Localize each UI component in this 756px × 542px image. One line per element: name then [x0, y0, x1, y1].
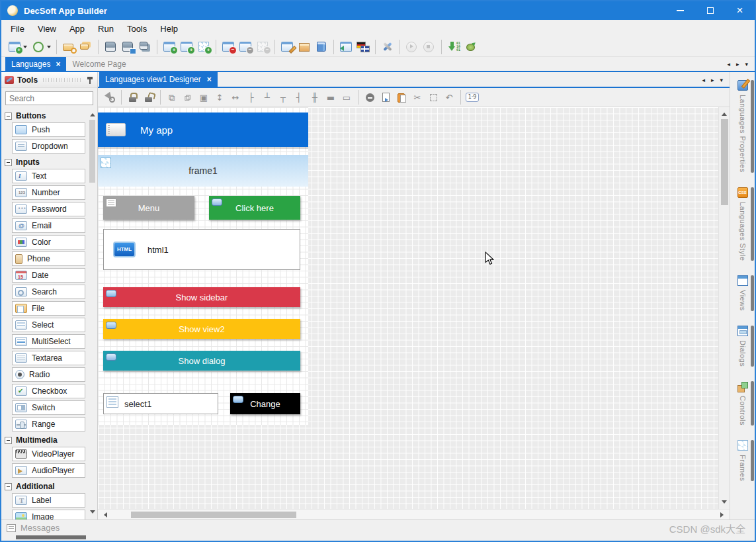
- tool-password[interactable]: Password: [12, 202, 85, 216]
- same-width-button[interactable]: ↔: [228, 90, 243, 105]
- tool-select[interactable]: Select: [12, 318, 85, 332]
- send-to-back-button[interactable]: ⧉: [180, 90, 196, 105]
- tab-welcome-page[interactable]: Welcome Page: [66, 57, 132, 71]
- scroll-left-icon[interactable]: [702, 77, 705, 83]
- change-button-control[interactable]: Change: [230, 393, 300, 414]
- collapse-icon[interactable]: [5, 159, 12, 166]
- menu-help[interactable]: Help: [153, 21, 185, 36]
- select-all-button[interactable]: ▣: [196, 90, 212, 105]
- debug-button[interactable]: [462, 39, 480, 55]
- export-app-button[interactable]: [337, 39, 355, 55]
- align-center-button[interactable]: ╫: [307, 90, 323, 105]
- menu-button-control[interactable]: Menu: [103, 196, 194, 220]
- unlock-control-button[interactable]: [141, 90, 157, 105]
- recent-apps-button[interactable]: [29, 39, 53, 55]
- tool-number[interactable]: Number: [12, 185, 85, 200]
- cut-button[interactable]: ✂: [409, 90, 425, 105]
- tool-videoplayer[interactable]: VideoPlayer: [12, 447, 85, 461]
- open-app-button[interactable]: [60, 39, 77, 55]
- compile-button[interactable]: 01 10 01: [445, 39, 462, 55]
- options-button[interactable]: [379, 39, 396, 55]
- lock-control-button[interactable]: [125, 90, 141, 105]
- design-canvas[interactable]: My app frame1 Menu Click here: [98, 107, 730, 509]
- show-dialog-button-control[interactable]: Show dialog: [103, 351, 300, 371]
- languages-button[interactable]: [355, 39, 372, 55]
- same-size-button[interactable]: ▭: [339, 90, 355, 105]
- tab-languages-view1-designer[interactable]: Languages view1 Designer ×: [99, 72, 218, 87]
- canvas-vscrollbar[interactable]: [718, 107, 730, 509]
- tools-group-buttons[interactable]: Buttons: [3, 109, 97, 122]
- tool-audioplayer[interactable]: AudioPlayer: [12, 463, 85, 478]
- align-bottom-button[interactable]: ┴: [259, 90, 275, 105]
- tool-switch[interactable]: Switch: [12, 400, 85, 415]
- html1-control[interactable]: HTML html1: [103, 229, 300, 270]
- menu-app[interactable]: App: [63, 21, 91, 36]
- align-top-button[interactable]: ┬: [275, 90, 291, 105]
- close-tab-icon[interactable]: ×: [207, 75, 212, 84]
- scroll-up-icon[interactable]: [722, 110, 727, 116]
- scrollbar-thumb[interactable]: [721, 119, 728, 205]
- docs-button[interactable]: [313, 39, 330, 55]
- undo-button[interactable]: ↶: [441, 90, 457, 105]
- collapse-icon[interactable]: [5, 483, 12, 490]
- package-button[interactable]: [296, 39, 313, 55]
- remove-control-button[interactable]: [362, 90, 378, 105]
- align-left-button[interactable]: ├: [243, 90, 259, 105]
- minimize-button[interactable]: [665, 1, 695, 20]
- tools-group-additional[interactable]: Additional: [3, 480, 97, 493]
- scroll-right-icon[interactable]: [711, 77, 714, 83]
- remove-frame-button[interactable]: [254, 39, 271, 55]
- show-sidebar-button-control[interactable]: Show sidebar: [103, 287, 300, 307]
- app-header-control[interactable]: My app: [98, 113, 308, 147]
- tool-checkbox[interactable]: Checkbox: [12, 384, 85, 398]
- copy-button[interactable]: [378, 90, 394, 105]
- tool-push[interactable]: Push: [12, 122, 85, 137]
- tool-image[interactable]: Image: [12, 510, 85, 519]
- maximize-button[interactable]: [695, 1, 725, 20]
- edit-view-button[interactable]: [278, 39, 296, 55]
- tool-email[interactable]: Email: [12, 218, 85, 233]
- menu-file[interactable]: File: [4, 21, 31, 36]
- align-right-button[interactable]: ┤: [291, 90, 307, 105]
- scroll-down-icon[interactable]: [722, 500, 727, 506]
- save-all-button[interactable]: [136, 39, 153, 55]
- canvas-hscrollbar[interactable]: [98, 509, 730, 519]
- tab-views[interactable]: Views: [730, 273, 755, 314]
- new-view-button[interactable]: [161, 39, 178, 55]
- tab-languages-properties[interactable]: Languages Properties: [730, 77, 755, 175]
- marquee-select-button[interactable]: [425, 90, 441, 105]
- scroll-left-icon[interactable]: [727, 62, 730, 68]
- scroll-down-icon[interactable]: [90, 510, 95, 516]
- tool-range[interactable]: Range: [12, 417, 85, 431]
- new-app-button[interactable]: [5, 39, 29, 55]
- splitter-handle[interactable]: [751, 80, 754, 173]
- tools-scrollbar[interactable]: [88, 109, 97, 518]
- stop-app-button[interactable]: [421, 39, 438, 55]
- tool-dropdown[interactable]: Dropdown: [12, 139, 85, 154]
- click-here-button-control[interactable]: Click here: [209, 196, 300, 220]
- tool-textarea[interactable]: Textarea: [12, 351, 85, 365]
- splitter-handle[interactable]: [751, 326, 754, 367]
- show-view2-button-control[interactable]: Show view2: [103, 319, 300, 339]
- scrollbar-thumb[interactable]: [89, 120, 95, 183]
- new-dialog-button[interactable]: [178, 39, 195, 55]
- scroll-right-icon[interactable]: [736, 62, 739, 68]
- tools-group-multimedia[interactable]: Multimedia: [3, 433, 97, 447]
- tool-radio[interactable]: Radio: [12, 367, 85, 382]
- scroll-right-icon[interactable]: [720, 512, 726, 518]
- frame1-control[interactable]: frame1: [98, 155, 308, 187]
- collapse-icon[interactable]: [5, 113, 12, 120]
- scroll-up-icon[interactable]: [90, 111, 95, 116]
- save-button[interactable]: [102, 39, 119, 55]
- same-height-button[interactable]: ↕: [212, 90, 228, 105]
- pin-icon[interactable]: [86, 75, 94, 85]
- tab-languages[interactable]: Languages ×: [5, 57, 66, 71]
- run-app-button[interactable]: [403, 39, 421, 55]
- search-input[interactable]: [5, 91, 93, 105]
- select-pointer-button[interactable]: [102, 90, 118, 105]
- menu-run[interactable]: Run: [91, 21, 120, 36]
- scrollbar-thumb[interactable]: [131, 512, 296, 518]
- remove-dialog-button[interactable]: [237, 39, 254, 55]
- paste-button[interactable]: [394, 90, 409, 105]
- tab-languages-style[interactable]: Languages Style: [730, 185, 755, 263]
